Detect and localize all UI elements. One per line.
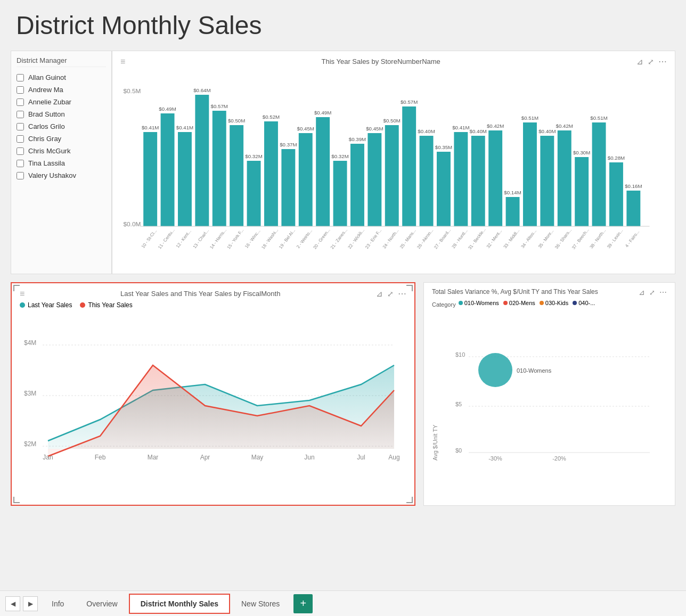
svg-text:$0: $0	[455, 447, 462, 454]
svg-text:Jan: Jan	[43, 454, 53, 461]
svg-text:12 - Kent...: 12 - Kent...	[175, 229, 192, 249]
scatter-dot-040	[573, 301, 577, 305]
scatter-legend-040: 040-...	[573, 300, 595, 306]
scatter-legend-mens: 020-Mens	[503, 300, 535, 306]
line-chart-header: ≡ Last Year Sales and This Year Sales by…	[20, 289, 406, 299]
svg-text:$0.28M: $0.28M	[608, 155, 625, 161]
y-axis-label: Avg $/Unit TY	[432, 311, 438, 461]
expand-icon[interactable]: ⤢	[648, 58, 654, 66]
svg-text:$0.40M: $0.40M	[418, 129, 435, 134]
bar-chart-svg: $0.0M $0.5M $0.41M 10 - St-Cl...	[120, 69, 667, 261]
scatter-filter-icon[interactable]: ⊿	[639, 288, 645, 297]
bar-chart-drag-handle: ≡	[120, 57, 125, 67]
tab-prev-button[interactable]: ◀	[5, 596, 20, 611]
scatter-more-icon[interactable]: ⋯	[659, 288, 667, 297]
content-area: District Monthly Sales District Manager …	[0, 0, 686, 590]
line-more-icon[interactable]: ⋯	[398, 289, 406, 299]
filter-item-0[interactable]: Allan Guinot	[17, 71, 106, 84]
line-chart-title: Last Year Sales and This Year Sales by F…	[120, 290, 280, 298]
svg-rect-11	[195, 95, 209, 226]
svg-rect-83	[609, 162, 623, 226]
filter-item-3[interactable]: Brad Sutton	[17, 108, 106, 120]
svg-rect-23	[264, 121, 278, 226]
svg-text:$0.42M: $0.42M	[556, 124, 574, 129]
svg-rect-50	[420, 136, 434, 226]
filter-item-7[interactable]: Tina Lassila	[17, 157, 106, 169]
svg-text:$0.40M: $0.40M	[538, 129, 556, 134]
svg-text:Jun: Jun	[304, 454, 314, 461]
svg-rect-5	[161, 113, 175, 226]
svg-text:Aug: Aug	[388, 454, 399, 461]
scatter-chart-title: Total Sales Variance %, Avg $/Unit TY an…	[432, 288, 598, 295]
svg-rect-17	[230, 125, 243, 226]
scatter-legend-kids: 030-Kids	[540, 300, 568, 306]
svg-text:$0.52M: $0.52M	[263, 114, 280, 120]
scatter-dot-womens	[459, 301, 463, 305]
corner-br	[406, 497, 413, 503]
svg-text:010-Womens: 010-Womens	[517, 367, 552, 374]
filter-item-8[interactable]: Valery Ushakov	[17, 169, 106, 182]
svg-rect-41	[368, 133, 381, 226]
page-title: District Monthly Sales	[11, 11, 675, 40]
bar-chart-header: ≡ This Year Sales by StoreNumberName ⊿ ⤢…	[120, 56, 667, 67]
legend-dot-last-year	[20, 302, 25, 308]
legend-this-year: This Year Sales	[80, 301, 132, 309]
svg-text:4 - Fairo...: 4 - Fairo...	[624, 229, 640, 248]
svg-text:$0.57M: $0.57M	[401, 100, 418, 105]
svg-text:$0.41M: $0.41M	[176, 125, 194, 130]
svg-text:$0.0M: $0.0M	[123, 221, 141, 227]
svg-text:$0.57M: $0.57M	[211, 104, 228, 109]
svg-rect-77	[575, 157, 589, 226]
scatter-expand-icon[interactable]: ⤢	[649, 289, 655, 297]
svg-text:$4M: $4M	[24, 339, 36, 347]
filter-item-6[interactable]: Chris McGurk	[17, 145, 106, 157]
svg-rect-62	[488, 130, 502, 226]
bar-chart-container: ≡ This Year Sales by StoreNumberName ⊿ ⤢…	[112, 51, 675, 274]
corner-tr	[406, 285, 413, 291]
svg-rect-56	[454, 132, 468, 226]
svg-text:33 - Middl...: 33 - Middl...	[502, 228, 520, 249]
svg-text:15 - York F...: 15 - York F...	[226, 227, 245, 250]
bar-chart-icons: ⊿ ⤢ ⋯	[636, 56, 667, 67]
line-chart-container: ≡ Last Year Sales and This Year Sales by…	[11, 282, 415, 506]
svg-text:$0.37M: $0.37M	[280, 142, 297, 147]
tab-info[interactable]: Info	[40, 594, 75, 614]
tab-new-stores[interactable]: New Stores	[230, 594, 291, 614]
tab-overview[interactable]: Overview	[75, 594, 128, 614]
svg-point-114	[478, 353, 512, 387]
svg-text:24 - North...: 24 - North...	[381, 228, 400, 249]
svg-rect-32	[316, 117, 330, 226]
svg-text:2 - Weirto...: 2 - Weirto...	[295, 228, 313, 249]
tab-next-button[interactable]: ▶	[23, 596, 38, 611]
filter-item-4[interactable]: Carlos Grilo	[17, 120, 106, 133]
svg-text:27 - Board...: 27 - Board...	[433, 228, 452, 250]
svg-text:$0.5M: $0.5M	[123, 88, 141, 94]
svg-rect-26	[281, 149, 295, 226]
svg-text:$0.40M: $0.40M	[470, 129, 487, 134]
more-icon[interactable]: ⋯	[658, 56, 667, 67]
line-chart-legend: Last Year Sales This Year Sales	[20, 301, 406, 309]
tab-district-monthly-sales[interactable]: District Monthly Sales	[129, 594, 230, 614]
filter-icon[interactable]: ⊿	[636, 57, 643, 67]
svg-text:39 - Lexin...: 39 - Lexin...	[606, 228, 624, 249]
svg-text:13 - Charl...: 13 - Charl...	[192, 228, 210, 249]
filter-item-5[interactable]: Chris Gray	[17, 133, 106, 145]
svg-text:36 - Sharo...: 36 - Sharo...	[553, 228, 573, 250]
svg-text:$5: $5	[455, 401, 462, 407]
filter-item-2[interactable]: Annelie Zubar	[17, 96, 106, 108]
bottom-section: ≡ Last Year Sales and This Year Sales by…	[11, 282, 675, 506]
svg-text:Jul: Jul	[357, 454, 365, 461]
svg-rect-47	[402, 106, 416, 226]
filter-item-1[interactable]: Andrew Ma	[17, 84, 106, 96]
line-filter-icon[interactable]: ⊿	[376, 289, 383, 299]
svg-text:Mar: Mar	[148, 454, 159, 461]
line-expand-icon[interactable]: ⤢	[387, 290, 394, 298]
category-label: Category	[432, 301, 456, 308]
svg-text:19 - Bel Al...: 19 - Bel Al...	[277, 228, 296, 250]
scatter-svg: $0 $5 $10 -30% -20% 010-Womens	[441, 311, 667, 461]
svg-text:$0.32M: $0.32M	[245, 154, 263, 159]
tab-add-button[interactable]: +	[293, 594, 313, 613]
filter-panel-title: District Manager	[17, 56, 106, 67]
svg-text:$0.50M: $0.50M	[228, 118, 246, 124]
line-chart-drag-handle: ≡	[20, 289, 24, 299]
